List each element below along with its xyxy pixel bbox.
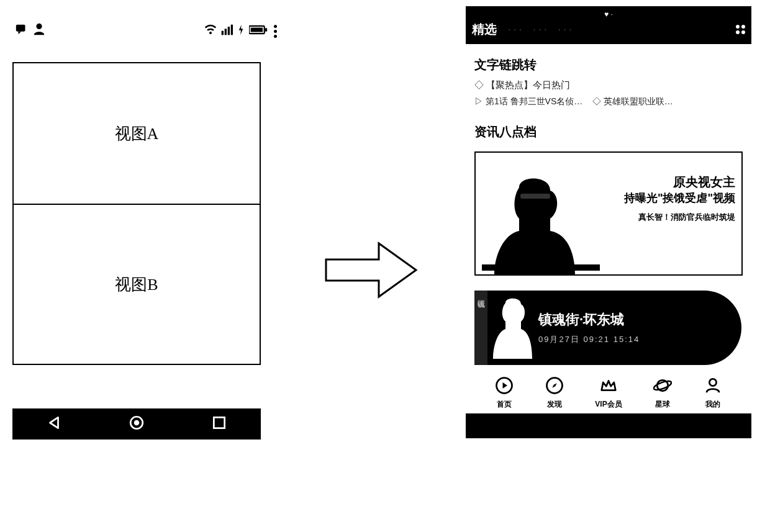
tab-placeholder-1[interactable]: · · ·: [508, 24, 522, 35]
text-link-row-2: ▷ 第1话 鲁邦三世VS名侦… ◇ 英雄联盟职业联…: [474, 96, 743, 107]
bullet-icon: ◇: [592, 96, 604, 106]
view-a-label: 视图A: [115, 123, 159, 145]
tab-label: 发现: [547, 399, 562, 410]
banner-avatar: [490, 297, 533, 359]
card-title-2: 持曝光"挨饿受虐"视频: [599, 191, 735, 205]
square-recent-icon[interactable]: [211, 415, 227, 433]
svg-rect-8: [251, 27, 263, 32]
user-icon: [32, 22, 46, 40]
tab-placeholder-3[interactable]: · · ·: [558, 24, 571, 35]
card-subtitle: 真长智！消防官兵临时筑堤: [599, 212, 735, 223]
right-phone-mockup: ♥ · 精选 · · · · · · · · · 文字链跳转 ◇ 【聚热点】今日…: [466, 6, 751, 521]
bullet-icon: ▷: [474, 96, 486, 106]
tab-home[interactable]: 首页: [495, 376, 514, 410]
signal-icon: [220, 24, 233, 39]
circle-home-icon[interactable]: [129, 415, 145, 433]
svg-point-18: [709, 379, 716, 385]
top-tabs: 精选 · · · · · · · · ·: [472, 21, 745, 38]
card-avatar: [482, 163, 594, 274]
compass-icon: [545, 376, 564, 397]
tab-placeholder-2[interactable]: · · ·: [533, 24, 546, 35]
svg-rect-13: [520, 194, 550, 199]
app-header: ♥ · 精选 · · · · · · · · ·: [466, 6, 751, 44]
more-vertical-icon[interactable]: [274, 25, 277, 38]
tab-label: VIP会员: [595, 399, 622, 410]
bullet-icon: ◇: [474, 79, 486, 90]
planet-icon: [653, 376, 672, 397]
section-text-links-title: 文字链跳转: [474, 56, 743, 73]
card-underline: [482, 264, 600, 271]
banner-side-label: 镇魂街区: [474, 291, 487, 365]
promo-banner[interactable]: 镇魂街区 镇魂街·坏东城 09月27日 09:21 15:14: [474, 291, 741, 365]
status-bar: [12, 19, 279, 43]
right-arrow: [323, 236, 422, 307]
text-link-2a[interactable]: ▷ 第1话 鲁邦三世VS名侦…: [474, 96, 582, 106]
tab-label: 星球: [655, 399, 670, 410]
left-phone-mockup: 视图A 视图B: [12, 19, 279, 466]
svg-point-17: [653, 379, 672, 392]
person-icon: [704, 376, 722, 397]
triangle-back-icon[interactable]: [46, 415, 62, 433]
apps-grid-icon[interactable]: [736, 25, 745, 34]
view-b-label: 视图B: [115, 274, 158, 295]
view-b-box: 视图B: [12, 204, 261, 365]
banner-title: 镇魂街·坏东城: [538, 310, 741, 329]
battery-icon: [249, 24, 268, 38]
card-title-1: 原央视女主: [599, 174, 735, 191]
tab-label: 我的: [705, 399, 720, 410]
main-content: 文字链跳转 ◇ 【聚热点】今日热门 ▷ 第1话 鲁邦三世VS名侦… ◇ 英雄联盟…: [466, 44, 751, 410]
view-a-box: 视图A: [12, 62, 261, 205]
news-card[interactable]: 原央视女主 持曝光"挨饿受虐"视频 真长智！消防官兵临时筑堤: [474, 151, 743, 276]
svg-point-1: [36, 24, 42, 29]
tab-me[interactable]: 我的: [704, 376, 722, 410]
svg-rect-6: [231, 24, 233, 35]
svg-rect-5: [228, 27, 230, 35]
tab-discover[interactable]: 发现: [545, 376, 564, 410]
svg-rect-12: [214, 417, 225, 428]
banner-subtitle: 09月27日 09:21 15:14: [538, 334, 741, 345]
tab-featured[interactable]: 精选: [472, 21, 497, 38]
svg-point-2: [209, 31, 212, 34]
bottom-tab-bar: 首页 发现 VIP会员 星球 我的: [474, 376, 743, 410]
android-nav-bar: [12, 408, 261, 440]
play-circle-icon: [495, 376, 514, 397]
banner-text: 镇魂街·坏东城 09月27日 09:21 15:14: [538, 310, 741, 345]
svg-rect-9: [265, 28, 268, 31]
svg-point-11: [134, 420, 140, 426]
status-left: [15, 22, 46, 40]
message-icon: [15, 22, 29, 40]
section-news-title: 资讯八点档: [474, 124, 743, 140]
status-mini: ♥ ·: [472, 10, 745, 19]
crown-icon: [599, 376, 618, 397]
svg-rect-3: [222, 30, 224, 35]
tab-label: 首页: [497, 399, 512, 410]
footer-bar: [466, 413, 751, 438]
status-right: [204, 24, 277, 39]
tab-vip[interactable]: VIP会员: [595, 376, 622, 410]
svg-rect-0: [16, 25, 25, 32]
card-text: 原央视女主 持曝光"挨饿受虐"视频 真长智！消防官兵临时筑堤: [599, 171, 735, 232]
svg-rect-4: [225, 29, 227, 35]
text-link-2b[interactable]: ◇ 英雄联盟职业联…: [592, 96, 673, 106]
text-link-1[interactable]: ◇ 【聚热点】今日热门: [474, 79, 743, 91]
charge-icon: [237, 24, 245, 39]
wifi-icon: [204, 24, 217, 39]
heart-icon: ♥ ·: [604, 10, 613, 19]
tab-planet[interactable]: 星球: [653, 376, 672, 410]
